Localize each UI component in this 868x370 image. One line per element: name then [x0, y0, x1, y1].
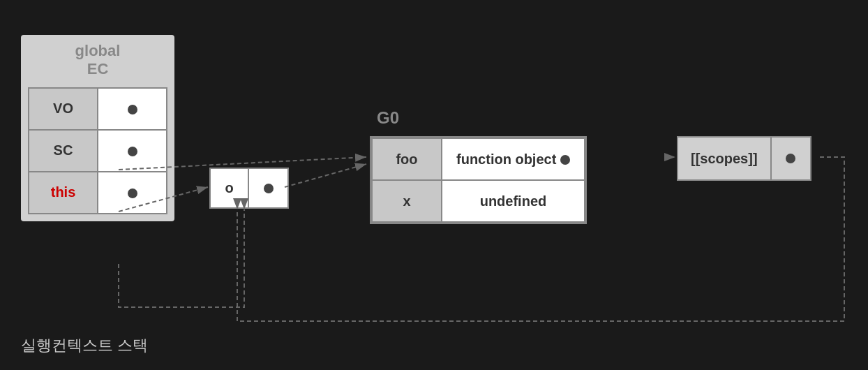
- this-value: [98, 172, 167, 214]
- foo-key: foo: [372, 138, 442, 180]
- scopes-label: [[scopes]]: [678, 138, 772, 179]
- scopes-dot-cell: [772, 138, 810, 179]
- table-row: SC: [29, 130, 167, 172]
- x-key: x: [372, 180, 442, 222]
- table-row: x undefined: [372, 180, 585, 222]
- this-arrow: [119, 209, 244, 307]
- global-ec-panel: globalEC VO SC this: [21, 35, 174, 221]
- o-box: o: [209, 168, 289, 209]
- bottom-label: 실행컨텍스트 스택: [21, 335, 148, 356]
- o-dot: [264, 184, 274, 193]
- vo-label: VO: [29, 88, 98, 130]
- o-dot-cell: [249, 169, 287, 207]
- go-table-container: foo function object x undefined: [370, 136, 587, 224]
- go-table: foo function object x undefined: [371, 138, 585, 223]
- diagram-container: globalEC VO SC this o G0 foo funct: [0, 0, 868, 370]
- scopes-dot: [786, 154, 795, 163]
- vo-dot: [128, 105, 137, 114]
- sc-value: [98, 130, 167, 172]
- sc-label: SC: [29, 130, 98, 172]
- scopes-box: [[scopes]]: [677, 136, 811, 181]
- x-value: undefined: [442, 180, 585, 222]
- o-label: o: [211, 169, 249, 207]
- table-row: VO: [29, 88, 167, 130]
- o-to-go-arrow: [285, 164, 366, 187]
- ec-table: VO SC this: [28, 87, 167, 214]
- this-label: this: [29, 172, 98, 214]
- g0-label: G0: [377, 108, 399, 128]
- global-ec-label: globalEC: [28, 42, 167, 79]
- foo-dot: [560, 155, 570, 165]
- sc-dot: [128, 147, 137, 156]
- this-dot: [128, 188, 137, 198]
- table-row: this: [29, 172, 167, 214]
- foo-value: function object: [442, 138, 585, 180]
- vo-value: [98, 88, 167, 130]
- table-row: foo function object: [372, 138, 585, 180]
